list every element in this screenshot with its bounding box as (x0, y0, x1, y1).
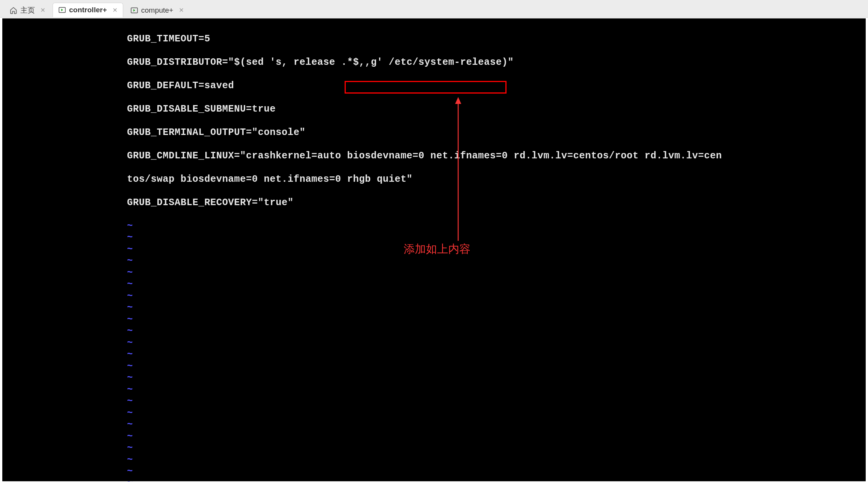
terminal-tilde: ~ (127, 372, 866, 384)
terminal-tilde: ~ (127, 466, 866, 478)
terminal-tilde: ~ (127, 431, 866, 443)
terminal-tilde: ~ (127, 314, 866, 326)
terminal-tilde: ~ (127, 337, 866, 349)
tab-compute-label: compute+ (141, 6, 173, 15)
terminal-tilde: ~ (127, 302, 866, 314)
tab-home[interactable]: 主页 ✕ (4, 3, 51, 17)
terminal-line: GRUB_DISTRIBUTOR="$(sed 's, release .*$,… (127, 57, 866, 69)
svg-marker-1 (61, 9, 63, 12)
terminal-tilde: ~ (127, 396, 866, 408)
terminal-line: GRUB_CMDLINE_LINUX="crashkernel=auto bio… (127, 150, 866, 162)
terminal-tilde: ~ (127, 244, 866, 256)
terminal-tilde: ~ (127, 443, 866, 454)
close-icon[interactable]: ✕ (112, 7, 117, 14)
terminal-tilde: ~ (127, 232, 866, 244)
terminal-container: GRUB_TIMEOUT=5 GRUB_DISTRIBUTOR="$(sed '… (2, 18, 866, 481)
terminal-tildes: ~~~~~~~~~~~~~~~~~~~~~~~~~~~ (127, 220, 866, 482)
terminal-line: GRUB_DISABLE_SUBMENU=true (127, 104, 866, 115)
terminal-icon (130, 7, 138, 14)
tab-controller-label: controller+ (69, 6, 107, 14)
terminal-icon (58, 6, 66, 14)
terminal-line: tos/swap biosdevname=0 net.ifnames=0 rhg… (127, 174, 866, 186)
terminal-line: GRUB_DISABLE_RECOVERY="true" (127, 197, 866, 209)
close-icon[interactable]: ✕ (40, 7, 45, 14)
terminal-tilde: ~ (127, 408, 866, 419)
tab-bar: 主页 ✕ controller+ ✕ compute+ ✕ (0, 0, 868, 18)
terminal-line: GRUB_TIMEOUT=5 (127, 33, 866, 45)
terminal-tilde: ~ (127, 220, 866, 232)
terminal-tilde: ~ (127, 279, 866, 291)
tab-controller[interactable]: controller+ ✕ (53, 3, 123, 17)
terminal-tilde: ~ (127, 349, 866, 361)
terminal-tilde: ~ (127, 291, 866, 303)
svg-marker-3 (133, 9, 135, 12)
terminal-line: GRUB_TERMINAL_OUTPUT="console" (127, 127, 866, 139)
home-icon (10, 7, 17, 14)
close-icon[interactable]: ✕ (179, 7, 184, 14)
terminal-tilde: ~ (127, 255, 866, 267)
tab-compute[interactable]: compute+ ✕ (125, 3, 190, 17)
terminal[interactable]: GRUB_TIMEOUT=5 GRUB_DISTRIBUTOR="$(sed '… (2, 18, 866, 481)
terminal-tilde: ~ (127, 419, 866, 431)
terminal-tilde: ~ (127, 478, 866, 482)
terminal-tilde: ~ (127, 267, 866, 279)
terminal-line: GRUB_DEFAULT=saved (127, 80, 866, 92)
tab-home-label: 主页 (20, 5, 35, 15)
terminal-tilde: ~ (127, 384, 866, 396)
terminal-tilde: ~ (127, 454, 866, 466)
terminal-tilde: ~ (127, 361, 866, 373)
terminal-tilde: ~ (127, 326, 866, 337)
